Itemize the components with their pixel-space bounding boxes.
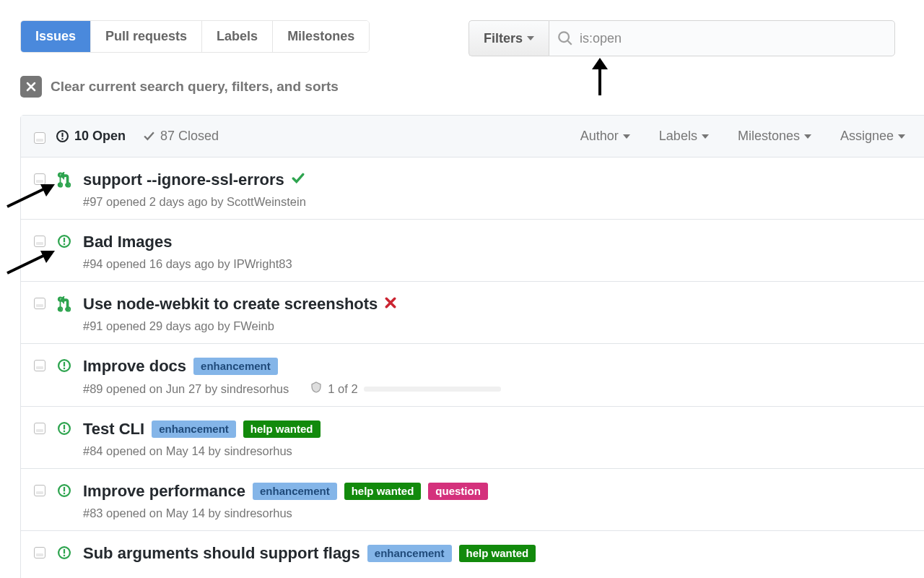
issue-title-link[interactable]: Bad Images: [83, 233, 173, 251]
milestone-text: 1 of 2: [328, 382, 357, 396]
issue-checkbox[interactable]: [34, 173, 45, 185]
tab-issues[interactable]: Issues: [21, 21, 91, 52]
label-help-wanted[interactable]: help wanted: [243, 420, 321, 438]
issue-body: support --ignore-ssl-errors#97 opened 2 …: [83, 171, 306, 209]
issue-row: Test CLIenhancementhelp wanted#84 opened…: [21, 407, 924, 469]
label-help-wanted[interactable]: help wanted: [459, 545, 536, 562]
issue-body: Improve performanceenhancementhelp wante…: [83, 482, 488, 520]
label-enhancement[interactable]: enhancement: [193, 358, 278, 375]
pull-request-icon: [57, 172, 71, 191]
issues-list-header: 10 Open 87 Closed Author Labels Mileston…: [21, 116, 924, 158]
open-count-text: 10 Open: [74, 129, 126, 144]
search-icon: [558, 31, 572, 46]
issue-meta-text: #94 opened 16 days ago by IPWright83: [83, 257, 292, 271]
issue-meta-text: #84 opened on May 14 by sindresorhus: [83, 444, 292, 458]
issue-row: support --ignore-ssl-errors#97 opened 2 …: [21, 158, 924, 220]
issue-body: Improve docsenhancement#89 opened on Jun…: [83, 357, 501, 396]
issue-title-link[interactable]: support --ignore-ssl-errors: [83, 171, 284, 189]
svg-rect-16: [64, 425, 65, 429]
svg-rect-20: [64, 493, 65, 494]
issue-meta-text: #97 opened 2 days ago by ScottWeinstein: [83, 195, 306, 209]
filter-labels[interactable]: Labels: [659, 129, 709, 144]
caret-down-icon: [623, 134, 630, 139]
closed-count-text: 87 Closed: [160, 129, 219, 144]
tab-labels[interactable]: Labels: [202, 21, 273, 52]
tab-pull-requests[interactable]: Pull requests: [91, 21, 202, 52]
list-filter-dropdowns: Author Labels Milestones Assignee: [580, 129, 911, 144]
issue-checkbox[interactable]: [34, 360, 45, 371]
issue-title-link[interactable]: Test CLI: [83, 420, 144, 439]
issue-title-link[interactable]: Improve docs: [83, 357, 186, 376]
issue-open-icon: [56, 129, 69, 143]
svg-rect-22: [64, 549, 65, 553]
issue-meta-text: #91 opened 29 days ago by FWeinb: [83, 319, 274, 333]
milestone-progress-bar: [364, 387, 501, 392]
select-all-checkbox[interactable]: [34, 132, 45, 144]
issues-list: 10 Open 87 Closed Author Labels Mileston…: [20, 115, 924, 578]
filter-assignee[interactable]: Assignee: [840, 129, 905, 144]
issue-meta-text: #83 opened on May 14 by sindresorhus: [83, 506, 292, 520]
issue-open-icon: [57, 234, 71, 252]
svg-rect-2: [61, 138, 63, 139]
svg-rect-23: [64, 555, 65, 556]
issue-checkbox[interactable]: [34, 236, 45, 247]
clear-search-text: Clear current search query, filters, and…: [51, 79, 339, 95]
issue-row: Bad Images#94 opened 16 days ago by IPWr…: [21, 220, 924, 282]
open-count[interactable]: 10 Open: [56, 129, 126, 144]
caret-down-icon: [527, 36, 534, 40]
status-fail-icon: [385, 297, 396, 312]
pull-request-icon: [57, 296, 71, 316]
issue-row: Improve performanceenhancementhelp wante…: [21, 469, 924, 531]
filter-author[interactable]: Author: [580, 129, 630, 144]
svg-rect-13: [64, 362, 65, 366]
issue-open-icon: [57, 358, 71, 376]
filter-search-bar: Filters: [468, 20, 895, 56]
milestone-indicator[interactable]: 1 of 2: [310, 381, 500, 396]
svg-rect-1: [61, 133, 63, 137]
issue-body: Bad Images#94 opened 16 days ago by IPWr…: [83, 233, 292, 271]
label-question[interactable]: question: [428, 483, 488, 500]
label-enhancement[interactable]: enhancement: [152, 420, 236, 438]
issue-checkbox[interactable]: [34, 485, 45, 496]
issue-title-link[interactable]: Use node-webkit to create screenshots: [83, 295, 378, 314]
issue-title-link[interactable]: Sub arguments should support flags: [83, 544, 360, 563]
issue-body: Use node-webkit to create screenshots#91…: [83, 295, 396, 333]
check-icon: [143, 130, 155, 142]
close-icon[interactable]: [20, 76, 42, 98]
filter-milestones[interactable]: Milestones: [738, 129, 811, 144]
filters-dropdown-button[interactable]: Filters: [468, 20, 549, 56]
svg-rect-8: [64, 243, 65, 245]
svg-rect-19: [64, 487, 65, 491]
svg-rect-7: [64, 238, 65, 242]
issue-row: Sub arguments should support flagsenhanc…: [21, 531, 924, 578]
milestone-icon: [310, 381, 322, 396]
caret-down-icon: [702, 134, 709, 139]
issue-open-icon: [57, 545, 71, 564]
search-input[interactable]: [572, 31, 884, 46]
label-enhancement[interactable]: enhancement: [253, 483, 337, 500]
caret-down-icon: [804, 134, 811, 139]
issue-checkbox[interactable]: [34, 298, 45, 309]
issue-open-icon: [57, 421, 71, 439]
issue-title-link[interactable]: Improve performance: [83, 482, 245, 501]
label-help-wanted[interactable]: help wanted: [344, 483, 422, 500]
main-tabs: Issues Pull requests Labels Milestones: [20, 20, 370, 53]
svg-rect-17: [64, 431, 65, 432]
issue-body: Sub arguments should support flagsenhanc…: [83, 544, 536, 569]
issue-row: Use node-webkit to create screenshots#91…: [21, 282, 924, 344]
issue-open-icon: [57, 483, 71, 501]
tab-milestones[interactable]: Milestones: [273, 21, 369, 52]
issue-checkbox[interactable]: [34, 423, 45, 434]
caret-down-icon: [898, 134, 905, 139]
issue-body: Test CLIenhancementhelp wanted#84 opened…: [83, 420, 321, 458]
clear-search-row[interactable]: Clear current search query, filters, and…: [20, 76, 924, 98]
issue-row: Improve docsenhancement#89 opened on Jun…: [21, 344, 924, 407]
status-pass-icon: [292, 172, 305, 189]
filters-label: Filters: [484, 31, 523, 46]
issue-checkbox[interactable]: [34, 547, 45, 558]
open-closed-toggle: 10 Open 87 Closed: [56, 129, 219, 144]
label-enhancement[interactable]: enhancement: [367, 545, 452, 562]
search-field-wrap: [549, 20, 895, 56]
svg-rect-14: [64, 368, 65, 369]
closed-count[interactable]: 87 Closed: [143, 129, 219, 144]
